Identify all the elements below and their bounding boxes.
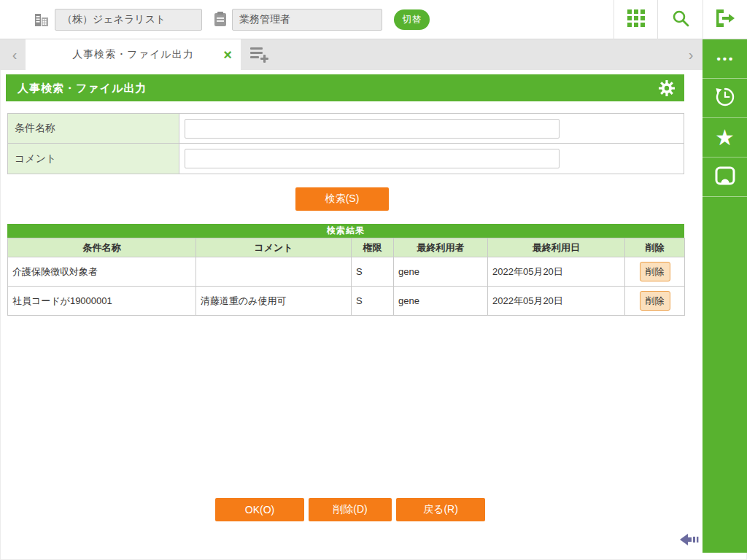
comment-label: コメント	[8, 144, 179, 174]
add-tab-button[interactable]	[249, 45, 271, 64]
form-row-condition-name: 条件名称	[8, 114, 684, 144]
cell-comment	[196, 257, 352, 287]
tab-label: 人事検索・ファイル出力	[72, 48, 193, 61]
cell-last-user: gene	[394, 287, 488, 316]
history-button[interactable]	[703, 79, 747, 118]
logout-icon	[714, 9, 736, 31]
comment-input[interactable]	[185, 149, 560, 168]
col-permission: 権限	[352, 238, 394, 257]
col-last-user: 最終利用者	[394, 238, 488, 257]
tab-bar: ‹ 人事検索・ファイル出力 × ›	[0, 39, 703, 70]
more-options-button[interactable]: •••	[703, 39, 747, 79]
ok-button[interactable]: OK(O)	[215, 498, 304, 521]
cell-last-date: 2022年05月20日	[488, 287, 625, 316]
table-row: 社員コードが19000001 清藤道重のみ使用可 S gene 2022年05月…	[8, 287, 685, 316]
gear-icon	[658, 87, 676, 99]
right-sidebar: ••• ★	[703, 39, 747, 553]
results-header-row: 条件名称 コメント 権限 最終利用者 最終利用日 削除	[8, 238, 685, 257]
col-delete: 削除	[625, 238, 685, 257]
grid-icon	[627, 9, 646, 31]
tab-close-icon[interactable]: ×	[223, 47, 232, 62]
cell-permission: S	[352, 257, 394, 287]
cell-last-date: 2022年05月20日	[488, 257, 625, 287]
back-button[interactable]: 戻る(R)	[396, 498, 485, 521]
collapse-sidebar-button[interactable]	[679, 532, 701, 548]
role-input[interactable]	[232, 9, 382, 31]
col-comment: コメント	[196, 238, 352, 257]
form-row-comment: コメント	[8, 144, 684, 174]
results-title: 検索結果	[7, 224, 684, 238]
top-bar: 切替	[0, 0, 747, 39]
tab-scroll-left-button[interactable]: ‹	[4, 39, 25, 70]
row-delete-button[interactable]: 削除	[640, 262, 670, 281]
search-button[interactable]: 検索(S)	[295, 187, 389, 211]
condition-name-label: 条件名称	[8, 114, 179, 143]
delete-button[interactable]: 削除(D)	[309, 498, 392, 521]
switch-button[interactable]: 切替	[394, 9, 430, 30]
search-condition-form: 条件名称 コメント	[7, 113, 684, 174]
history-icon	[714, 86, 736, 111]
more-dots-icon: •••	[715, 52, 735, 65]
app-menu-button[interactable]	[614, 0, 657, 39]
favorites-button[interactable]: ★	[703, 118, 747, 158]
search-results: 検索結果 条件名称 コメント 権限 最終利用者 最終利用日 削除 介護保険徴収対…	[7, 224, 684, 316]
page-title: 人事検索・ファイル出力	[18, 82, 147, 94]
tab-scroll-right-button[interactable]: ›	[681, 39, 700, 70]
condition-name-input[interactable]	[185, 119, 560, 139]
col-condition-name: 条件名称	[8, 238, 196, 257]
col-last-date: 最終利用日	[488, 238, 625, 257]
role-clipboard-icon	[214, 11, 227, 27]
collapse-arrow-icon	[679, 537, 701, 550]
cell-permission: S	[352, 287, 394, 316]
cell-condition-name: 介護保険徴収対象者	[8, 257, 196, 287]
manual-button[interactable]	[703, 158, 747, 197]
global-search-button[interactable]	[657, 0, 703, 39]
manual-icon	[715, 166, 735, 188]
table-row: 介護保険徴収対象者 S gene 2022年05月20日 削除	[8, 257, 685, 287]
cell-comment: 清藤道重のみ使用可	[196, 287, 352, 316]
add-tab-icon	[249, 54, 271, 66]
results-table: 条件名称 コメント 権限 最終利用者 最終利用日 削除 介護保険徴収対象者 S …	[7, 238, 685, 316]
settings-button[interactable]	[658, 79, 676, 97]
company-building-icon	[34, 12, 50, 28]
cell-last-user: gene	[394, 257, 488, 287]
page-title-bar: 人事検索・ファイル出力	[6, 74, 684, 101]
logout-button[interactable]	[703, 0, 747, 39]
cell-condition-name: 社員コードが19000001	[8, 287, 196, 316]
tab-jinji-kensaku[interactable]: 人事検索・ファイル出力 ×	[26, 39, 241, 70]
search-icon	[671, 9, 690, 31]
row-delete-button[interactable]: 削除	[640, 291, 670, 311]
company-input[interactable]	[55, 9, 202, 31]
star-icon: ★	[715, 127, 735, 149]
